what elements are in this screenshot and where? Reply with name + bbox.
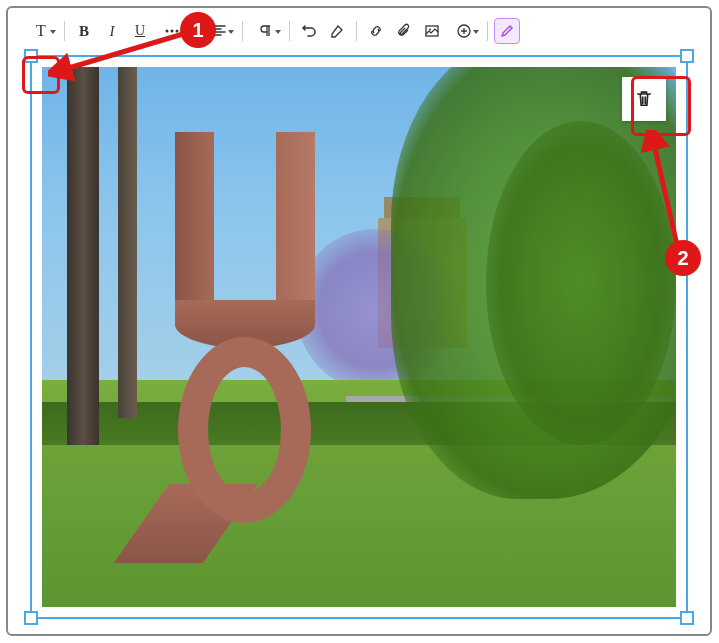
image-button[interactable] <box>419 18 445 44</box>
toolbar: T B I U <box>20 13 698 49</box>
insert-dropdown[interactable] <box>447 18 481 44</box>
align-left-icon <box>211 23 227 39</box>
paperclip-icon <box>396 23 412 39</box>
undo-icon <box>301 23 317 39</box>
edit-mode-button[interactable] <box>494 18 520 44</box>
align-dropdown[interactable] <box>202 18 236 44</box>
image-icon <box>424 23 440 39</box>
editor-content-area[interactable] <box>30 55 688 619</box>
bold-button[interactable]: B <box>71 18 97 44</box>
more-formatting-dropdown[interactable] <box>155 18 189 44</box>
svg-point-2 <box>176 30 179 33</box>
separator <box>64 21 65 41</box>
resize-handle-top-left[interactable] <box>24 49 38 63</box>
image-block[interactable] <box>42 67 676 607</box>
attachment-button[interactable] <box>391 18 417 44</box>
separator <box>487 21 488 41</box>
delete-image-button[interactable] <box>622 77 666 121</box>
more-icon <box>164 23 180 39</box>
resize-handle-top-right[interactable] <box>680 49 694 63</box>
svg-point-4 <box>429 29 431 31</box>
eraser-icon <box>329 23 345 39</box>
image-content <box>42 67 676 607</box>
editor-container: T B I U <box>20 13 698 629</box>
clear-format-button[interactable] <box>324 18 350 44</box>
link-icon <box>368 23 384 39</box>
pilcrow-icon <box>258 23 274 39</box>
link-button[interactable] <box>363 18 389 44</box>
trash-icon <box>634 89 654 109</box>
underline-button[interactable]: U <box>127 18 153 44</box>
separator <box>356 21 357 41</box>
text-style-dropdown[interactable]: T <box>24 18 58 44</box>
italic-button[interactable]: I <box>99 18 125 44</box>
resize-handle-bottom-right[interactable] <box>680 611 694 625</box>
resize-handle-bottom-left[interactable] <box>24 611 38 625</box>
paragraph-dropdown[interactable] <box>249 18 283 44</box>
plus-circle-icon <box>456 23 472 39</box>
separator <box>289 21 290 41</box>
undo-button[interactable] <box>296 18 322 44</box>
svg-point-0 <box>166 30 169 33</box>
pencil-icon <box>499 23 515 39</box>
separator <box>195 21 196 41</box>
svg-point-1 <box>171 30 174 33</box>
editor-frame: T B I U <box>6 6 712 636</box>
separator <box>242 21 243 41</box>
